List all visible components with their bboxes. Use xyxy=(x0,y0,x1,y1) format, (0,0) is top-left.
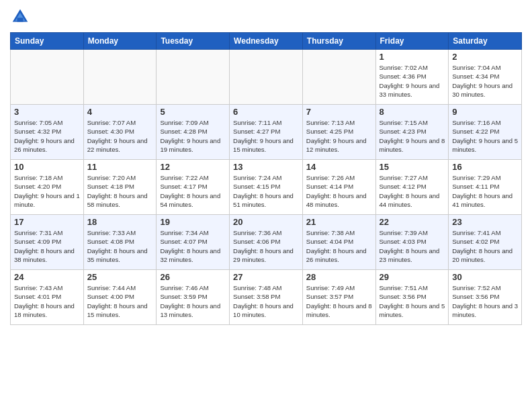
day-number: 2 xyxy=(452,52,518,62)
day-info: Sunrise: 7:09 AM Sunset: 4:28 PM Dayligh… xyxy=(160,118,226,154)
day-number: 8 xyxy=(380,107,445,117)
day-number: 26 xyxy=(160,272,226,282)
calendar-cell: 11Sunrise: 7:20 AM Sunset: 4:18 PM Dayli… xyxy=(83,160,157,215)
day-number: 20 xyxy=(233,217,299,227)
day-info: Sunrise: 7:52 AM Sunset: 3:56 PM Dayligh… xyxy=(452,283,518,319)
day-number: 19 xyxy=(160,217,226,227)
calendar-week-5: 24Sunrise: 7:43 AM Sunset: 4:01 PM Dayli… xyxy=(11,270,522,325)
calendar-cell: 13Sunrise: 7:24 AM Sunset: 4:15 PM Dayli… xyxy=(230,160,303,215)
day-info: Sunrise: 7:20 AM Sunset: 4:18 PM Dayligh… xyxy=(87,173,153,209)
day-number: 24 xyxy=(14,272,80,282)
day-number: 12 xyxy=(160,162,226,172)
calendar-cell: 12Sunrise: 7:22 AM Sunset: 4:17 PM Dayli… xyxy=(157,160,230,215)
day-number: 5 xyxy=(160,107,226,117)
day-number: 13 xyxy=(233,162,299,172)
calendar-header-thursday: Thursday xyxy=(302,33,375,50)
day-info: Sunrise: 7:44 AM Sunset: 4:00 PM Dayligh… xyxy=(87,283,153,319)
day-info: Sunrise: 7:41 AM Sunset: 4:02 PM Dayligh… xyxy=(452,228,518,264)
day-number: 7 xyxy=(306,107,372,117)
day-info: Sunrise: 7:18 AM Sunset: 4:20 PM Dayligh… xyxy=(14,173,80,209)
calendar-header-sunday: Sunday xyxy=(11,33,84,50)
calendar-cell: 26Sunrise: 7:46 AM Sunset: 3:59 PM Dayli… xyxy=(157,270,230,325)
day-info: Sunrise: 7:49 AM Sunset: 3:57 PM Dayligh… xyxy=(306,283,372,319)
calendar-cell: 10Sunrise: 7:18 AM Sunset: 4:20 PM Dayli… xyxy=(11,160,84,215)
day-info: Sunrise: 7:34 AM Sunset: 4:07 PM Dayligh… xyxy=(160,228,226,264)
day-number: 21 xyxy=(306,217,372,227)
day-info: Sunrise: 7:07 AM Sunset: 4:30 PM Dayligh… xyxy=(87,118,153,154)
calendar-header-tuesday: Tuesday xyxy=(157,33,230,50)
day-info: Sunrise: 7:39 AM Sunset: 4:03 PM Dayligh… xyxy=(380,228,445,264)
day-number: 28 xyxy=(306,272,372,282)
day-number: 10 xyxy=(14,162,80,172)
calendar-cell: 8Sunrise: 7:15 AM Sunset: 4:23 PM Daylig… xyxy=(375,105,449,160)
day-number: 6 xyxy=(233,107,299,117)
calendar-cell xyxy=(83,50,157,105)
day-number: 18 xyxy=(87,217,153,227)
calendar-cell: 17Sunrise: 7:31 AM Sunset: 4:09 PM Dayli… xyxy=(11,215,84,270)
day-number: 14 xyxy=(306,162,372,172)
calendar-header-friday: Friday xyxy=(375,33,449,50)
calendar-cell: 21Sunrise: 7:38 AM Sunset: 4:04 PM Dayli… xyxy=(302,215,375,270)
calendar-header-monday: Monday xyxy=(83,33,157,50)
calendar-week-1: 1Sunrise: 7:02 AM Sunset: 4:36 PM Daylig… xyxy=(11,50,522,105)
header xyxy=(10,7,522,27)
calendar-cell: 24Sunrise: 7:43 AM Sunset: 4:01 PM Dayli… xyxy=(11,270,84,325)
day-number: 4 xyxy=(87,107,153,117)
calendar-week-3: 10Sunrise: 7:18 AM Sunset: 4:20 PM Dayli… xyxy=(11,160,522,215)
calendar-header-saturday: Saturday xyxy=(449,33,522,50)
day-number: 3 xyxy=(14,107,80,117)
day-number: 23 xyxy=(452,217,518,227)
day-info: Sunrise: 7:04 AM Sunset: 4:34 PM Dayligh… xyxy=(452,63,518,99)
calendar-week-2: 3Sunrise: 7:05 AM Sunset: 4:32 PM Daylig… xyxy=(11,105,522,160)
day-info: Sunrise: 7:48 AM Sunset: 3:58 PM Dayligh… xyxy=(233,283,299,319)
page: SundayMondayTuesdayWednesdayThursdayFrid… xyxy=(0,0,532,411)
day-number: 29 xyxy=(380,272,445,282)
day-info: Sunrise: 7:24 AM Sunset: 4:15 PM Dayligh… xyxy=(233,173,299,209)
day-info: Sunrise: 7:11 AM Sunset: 4:27 PM Dayligh… xyxy=(233,118,299,154)
calendar-header-row: SundayMondayTuesdayWednesdayThursdayFrid… xyxy=(11,33,522,50)
day-info: Sunrise: 7:51 AM Sunset: 3:56 PM Dayligh… xyxy=(380,283,445,319)
calendar-cell: 23Sunrise: 7:41 AM Sunset: 4:02 PM Dayli… xyxy=(449,215,522,270)
day-info: Sunrise: 7:13 AM Sunset: 4:25 PM Dayligh… xyxy=(306,118,372,154)
day-info: Sunrise: 7:43 AM Sunset: 4:01 PM Dayligh… xyxy=(14,283,80,319)
day-number: 16 xyxy=(452,162,518,172)
day-info: Sunrise: 7:02 AM Sunset: 4:36 PM Dayligh… xyxy=(380,63,445,99)
day-info: Sunrise: 7:33 AM Sunset: 4:08 PM Dayligh… xyxy=(87,228,153,264)
calendar-cell: 30Sunrise: 7:52 AM Sunset: 3:56 PM Dayli… xyxy=(449,270,522,325)
calendar-cell: 27Sunrise: 7:48 AM Sunset: 3:58 PM Dayli… xyxy=(230,270,303,325)
calendar-cell: 2Sunrise: 7:04 AM Sunset: 4:34 PM Daylig… xyxy=(449,50,522,105)
calendar-cell: 9Sunrise: 7:16 AM Sunset: 4:22 PM Daylig… xyxy=(449,105,522,160)
calendar-cell: 20Sunrise: 7:36 AM Sunset: 4:06 PM Dayli… xyxy=(230,215,303,270)
calendar-cell: 16Sunrise: 7:29 AM Sunset: 4:11 PM Dayli… xyxy=(449,160,522,215)
day-number: 30 xyxy=(452,272,518,282)
day-number: 9 xyxy=(452,107,518,117)
day-info: Sunrise: 7:16 AM Sunset: 4:22 PM Dayligh… xyxy=(452,118,518,154)
svg-rect-2 xyxy=(17,18,24,22)
day-number: 11 xyxy=(87,162,153,172)
calendar-cell xyxy=(157,50,230,105)
day-number: 15 xyxy=(380,162,445,172)
calendar-cell: 25Sunrise: 7:44 AM Sunset: 4:00 PM Dayli… xyxy=(83,270,157,325)
calendar-cell xyxy=(302,50,375,105)
day-number: 1 xyxy=(380,52,445,62)
day-info: Sunrise: 7:05 AM Sunset: 4:32 PM Dayligh… xyxy=(14,118,80,154)
day-info: Sunrise: 7:38 AM Sunset: 4:04 PM Dayligh… xyxy=(306,228,372,264)
calendar-cell: 29Sunrise: 7:51 AM Sunset: 3:56 PM Dayli… xyxy=(375,270,449,325)
calendar-cell: 15Sunrise: 7:27 AM Sunset: 4:12 PM Dayli… xyxy=(375,160,449,215)
logo xyxy=(10,7,33,27)
calendar-cell: 22Sunrise: 7:39 AM Sunset: 4:03 PM Dayli… xyxy=(375,215,449,270)
calendar-cell: 28Sunrise: 7:49 AM Sunset: 3:57 PM Dayli… xyxy=(302,270,375,325)
calendar-cell: 3Sunrise: 7:05 AM Sunset: 4:32 PM Daylig… xyxy=(11,105,84,160)
day-number: 27 xyxy=(233,272,299,282)
calendar-week-4: 17Sunrise: 7:31 AM Sunset: 4:09 PM Dayli… xyxy=(11,215,522,270)
calendar-cell: 19Sunrise: 7:34 AM Sunset: 4:07 PM Dayli… xyxy=(157,215,230,270)
calendar-cell xyxy=(230,50,303,105)
day-info: Sunrise: 7:27 AM Sunset: 4:12 PM Dayligh… xyxy=(380,173,445,209)
day-info: Sunrise: 7:46 AM Sunset: 3:59 PM Dayligh… xyxy=(160,283,226,319)
day-info: Sunrise: 7:31 AM Sunset: 4:09 PM Dayligh… xyxy=(14,228,80,264)
day-number: 22 xyxy=(380,217,445,227)
calendar-header-wednesday: Wednesday xyxy=(230,33,303,50)
logo-icon xyxy=(10,7,30,27)
day-info: Sunrise: 7:36 AM Sunset: 4:06 PM Dayligh… xyxy=(233,228,299,264)
day-info: Sunrise: 7:29 AM Sunset: 4:11 PM Dayligh… xyxy=(452,173,518,209)
